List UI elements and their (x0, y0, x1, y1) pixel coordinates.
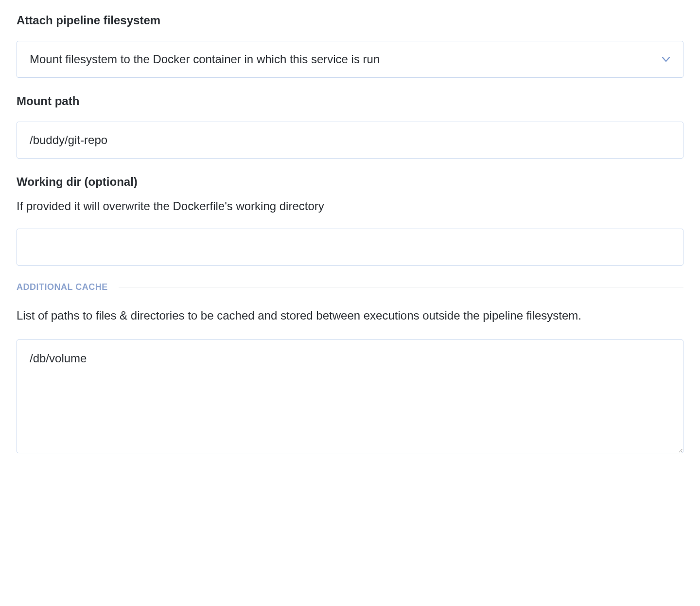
attach-filesystem-label: Attach pipeline filesystem (17, 14, 683, 27)
working-dir-input[interactable] (17, 229, 683, 266)
additional-cache-heading: ADDITIONAL CACHE (17, 282, 108, 292)
divider-line (119, 287, 683, 287)
working-dir-help: If provided it will overwrite the Docker… (17, 197, 683, 215)
additional-cache-description: List of paths to files & directories to … (17, 306, 683, 326)
mount-path-input[interactable] (17, 122, 683, 159)
attach-filesystem-select-wrapper: Mount filesystem to the Docker container… (17, 41, 683, 78)
attach-filesystem-select[interactable]: Mount filesystem to the Docker container… (17, 41, 683, 78)
additional-cache-textarea[interactable] (17, 339, 683, 453)
working-dir-label: Working dir (optional) (17, 175, 683, 189)
additional-cache-divider: ADDITIONAL CACHE (17, 282, 683, 292)
mount-path-label: Mount path (17, 94, 683, 108)
